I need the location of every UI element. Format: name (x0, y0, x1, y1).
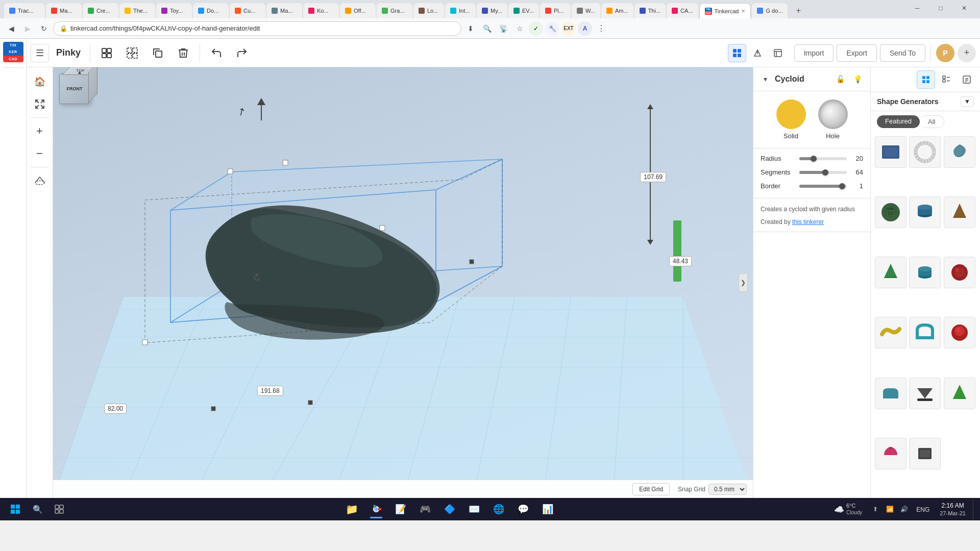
browser-tab[interactable]: My... (477, 3, 507, 18)
browser-tab[interactable]: The... (119, 3, 155, 18)
shape-item[interactable] (909, 257, 941, 288)
browser-tab[interactable]: Thi... (634, 3, 666, 18)
shape-item[interactable] (909, 317, 941, 348)
browser-tab[interactable]: CA... (667, 3, 698, 18)
group-button[interactable] (95, 42, 118, 64)
browser-tab[interactable]: Ma... (46, 3, 82, 18)
shapes-grid-view[interactable] (917, 70, 935, 89)
ungroup-button[interactable] (121, 42, 143, 64)
taskbar-file-explorer[interactable]: 📁 (340, 499, 363, 519)
solid-button[interactable]: Solid (776, 99, 806, 140)
taskbar-skype[interactable]: 💬 (512, 499, 534, 519)
weather-widget[interactable]: ☁️ 6°C Cloudy (830, 503, 866, 515)
show-desktop-button[interactable] (973, 499, 976, 519)
shape-item[interactable] (875, 196, 906, 228)
snap-grid-select[interactable]: 0.5 mm 1 mm 2 mm (708, 484, 747, 495)
segments-slider[interactable] (799, 171, 847, 174)
redo-button[interactable] (231, 42, 253, 64)
shape-item[interactable] (944, 317, 975, 348)
browser-tab[interactable]: Int... (445, 3, 476, 18)
taskbar-search[interactable]: 🔍 (28, 499, 48, 519)
add-user-button[interactable]: + (958, 44, 976, 62)
radius-slider[interactable] (799, 157, 847, 160)
design-menu-button[interactable]: ☰ (31, 44, 49, 62)
browser-tab[interactable]: Toy... (156, 3, 192, 18)
minimize-button[interactable]: ─ (905, 0, 929, 16)
tray-network[interactable]: 📶 (884, 503, 896, 515)
language-selector[interactable]: ENG (913, 505, 933, 514)
shape-item[interactable] (875, 317, 906, 348)
address-bar[interactable]: 🔒 tinkercad.com/things/0f4pwCKALhV-copy-… (53, 21, 461, 36)
taskbar-mail[interactable]: ✉️ (463, 499, 485, 519)
tray-icon-1[interactable]: ⬆ (869, 503, 881, 515)
profile-menu-icon[interactable]: A (578, 21, 592, 36)
taskbar-steam[interactable]: 🎮 (414, 499, 436, 519)
bookmark-icon[interactable]: ☆ (512, 21, 527, 36)
shape-item[interactable] (909, 196, 941, 228)
browser-tab[interactable]: Lo... (413, 3, 444, 18)
shape-item[interactable] (944, 136, 975, 168)
browser-tab[interactable]: Pi... (540, 3, 571, 18)
taskbar-vs[interactable]: 📝 (389, 499, 412, 519)
panel-info-icon[interactable]: 💡 (851, 72, 864, 86)
browser-tab[interactable]: Do... (193, 3, 229, 18)
import-button[interactable]: Import (794, 44, 834, 62)
start-button[interactable] (4, 499, 27, 519)
shape-item[interactable] (944, 378, 975, 409)
browser-tab[interactable]: Ko... (303, 3, 339, 18)
shape-item[interactable] (875, 378, 906, 409)
attribution-link[interactable]: this tinkerer (792, 218, 824, 226)
maximize-button[interactable]: □ (929, 0, 952, 16)
new-tab-button[interactable]: + (791, 3, 806, 18)
task-view-button[interactable] (49, 499, 69, 519)
zoom-icon[interactable]: 🔍 (480, 21, 494, 36)
taskbar-excel[interactable]: 📊 (536, 499, 559, 519)
browser-tab[interactable]: Gra... (377, 3, 412, 18)
browser-tab[interactable]: G do... (752, 3, 788, 18)
panel-lock-icon[interactable]: 🔓 (834, 72, 847, 86)
shape-item[interactable] (909, 378, 941, 409)
browser-tab-active[interactable]: TIN KER Tinkercad ✕ (699, 3, 751, 18)
taskbar-browser2[interactable]: 🌐 (487, 499, 510, 519)
browser-tab[interactable]: EV... (508, 3, 539, 18)
export-button[interactable]: Export (837, 44, 876, 62)
code-view-button[interactable] (769, 44, 787, 62)
delete-button[interactable] (172, 42, 194, 64)
extension-1[interactable]: ✓ (529, 21, 543, 36)
panel-expand-icon[interactable]: ▾ (760, 73, 771, 85)
hole-button[interactable]: Hole (818, 99, 848, 140)
browser-tab[interactable]: Off... (340, 3, 376, 18)
zoom-out-button[interactable]: − (30, 143, 50, 164)
browser-tab[interactable]: Cu... (230, 3, 265, 18)
shape-item[interactable] (909, 438, 941, 469)
cast-icon[interactable]: 📡 (496, 21, 510, 36)
back-button[interactable]: ◀ (4, 21, 18, 36)
taskbar-app5[interactable]: 🔷 (438, 499, 461, 519)
shape-item[interactable] (875, 438, 906, 469)
view-cube[interactable]: FRONT TOP ▲ (59, 73, 100, 114)
download-icon[interactable]: ⬇ (463, 21, 478, 36)
shape-item[interactable] (944, 196, 975, 228)
shapes-list-view[interactable] (937, 70, 955, 89)
browser-tab[interactable]: Trac... (4, 3, 45, 18)
shape-item[interactable] (909, 136, 941, 168)
send-to-button[interactable]: Send To (880, 44, 925, 62)
build-view-button[interactable] (748, 44, 767, 62)
taskbar-chrome[interactable] (365, 499, 387, 519)
browser-tab[interactable]: Am... (601, 3, 633, 18)
app-name-display[interactable]: Pinky (52, 45, 85, 60)
clock[interactable]: 2:16 AM 27-Mar-21 (936, 502, 970, 517)
forward-button[interactable]: ▶ (20, 21, 35, 36)
shapes-dropdown[interactable]: ▼ (961, 96, 974, 107)
duplicate-button[interactable] (146, 42, 169, 64)
more-menu[interactable]: ⋮ (594, 21, 608, 36)
user-avatar[interactable]: P (936, 44, 954, 62)
shape-item[interactable] (875, 257, 906, 288)
browser-tab[interactable]: Cre... (83, 3, 118, 18)
shapes-info-view[interactable] (958, 70, 976, 89)
3d-canvas[interactable]: 107.69 48.43 191.68 82.00 ↗ FRONT (53, 67, 753, 498)
undo-button[interactable] (205, 42, 228, 64)
tray-volume[interactable]: 🔊 (898, 503, 910, 515)
extension-3[interactable]: EXT (561, 21, 576, 36)
reload-button[interactable]: ↻ (37, 21, 51, 36)
